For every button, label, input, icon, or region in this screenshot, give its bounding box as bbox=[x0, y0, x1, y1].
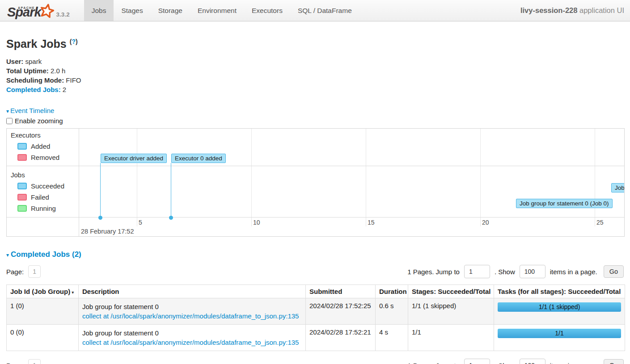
job-failed-swatch-icon bbox=[17, 194, 27, 201]
stages-cell: 1/1 (1 skipped) bbox=[408, 298, 494, 325]
current-page-box[interactable]: 1 bbox=[28, 359, 41, 364]
executors-legend-title: Executors bbox=[11, 131, 79, 139]
job-running-swatch-icon bbox=[17, 205, 27, 212]
job-succeeded-label: Succeeded bbox=[31, 182, 64, 190]
row-divider bbox=[7, 166, 624, 166]
axis-tick bbox=[251, 217, 252, 226]
col-header-description[interactable]: Description bbox=[79, 285, 306, 298]
items-per-page-input[interactable] bbox=[520, 265, 545, 278]
axis-tick bbox=[480, 217, 481, 226]
executors-legend: Executors Added Removed bbox=[7, 129, 79, 163]
tasks-cell: 1/1 bbox=[494, 325, 625, 351]
gridline bbox=[366, 129, 366, 217]
axis-tick-label: 25 bbox=[596, 219, 604, 226]
page-title: Spark Jobs (?) bbox=[6, 38, 624, 50]
collapse-triangle-icon: ▾ bbox=[6, 108, 9, 114]
executor-removed-swatch-icon bbox=[17, 154, 27, 161]
completed-jobs-table: Job Id (Job Group)▾ Description Submitte… bbox=[6, 285, 625, 351]
tab-stages[interactable]: Stages bbox=[114, 0, 150, 21]
scheduling-mode-label: Scheduling Mode: bbox=[6, 76, 64, 84]
items-in-page-text: items in a page. bbox=[550, 268, 597, 276]
pages-jump-text: 1 Pages. Jump to bbox=[407, 268, 460, 276]
user-label: User: bbox=[6, 58, 23, 65]
job-detail-link[interactable]: collect at /usr/local/spark/anonymizer/m… bbox=[82, 338, 299, 347]
stages-cell: 1/1 bbox=[408, 325, 494, 351]
tasks-progress-bar: 1/1 (1 skipped) bbox=[498, 302, 621, 312]
spark-star-icon bbox=[39, 3, 55, 18]
job-id-cell: 0 (0) bbox=[7, 325, 79, 351]
table-row: 1 (0) Job group for statement 0 collect … bbox=[7, 298, 625, 325]
top-navbar: APACHE Spark 3.3.2 Jobs Stages Storage E… bbox=[0, 0, 630, 21]
submitted-cell: 2024/02/28 17:52:21 bbox=[306, 325, 376, 351]
tab-jobs[interactable]: Jobs bbox=[84, 0, 114, 21]
job-failed-label: Failed bbox=[31, 193, 49, 201]
scheduling-mode-value: FIFO bbox=[66, 76, 81, 84]
axis-tick-label: 20 bbox=[482, 219, 489, 226]
axis-tick-label: 10 bbox=[253, 219, 260, 226]
show-text: . Show bbox=[495, 362, 515, 364]
spark-logo[interactable]: APACHE Spark 3.3.2 bbox=[0, 0, 76, 21]
event-stem bbox=[171, 163, 171, 218]
executor-added-swatch-icon bbox=[17, 143, 27, 150]
timeline-event-executor-driver-added: Executor driver added bbox=[101, 154, 167, 163]
pages-jump-text: 1 Pages. Jump to bbox=[407, 362, 460, 364]
completed-jobs-link[interactable]: Completed Jobs: bbox=[6, 86, 61, 93]
jobs-legend-title: Jobs bbox=[11, 171, 79, 179]
uptime-value: 2.0 h bbox=[51, 67, 65, 75]
table-header-row: Job Id (Job Group)▾ Description Submitte… bbox=[7, 285, 625, 298]
show-text: . Show bbox=[495, 268, 515, 276]
nav-tabs: Jobs Stages Storage Environment Executor… bbox=[84, 0, 359, 21]
axis-tick-label: 15 bbox=[368, 219, 375, 226]
axis-tick-label: 5 bbox=[139, 219, 142, 226]
current-page-box[interactable]: 1 bbox=[28, 265, 41, 278]
help-link[interactable]: ? bbox=[72, 38, 76, 45]
tab-executors[interactable]: Executors bbox=[244, 0, 290, 21]
jump-to-page-input[interactable] bbox=[464, 359, 490, 364]
event-timeline-panel: Executors Added Removed Jobs Succeeded F… bbox=[6, 128, 625, 237]
uptime-label: Total Uptime: bbox=[6, 67, 49, 75]
user-value: spark bbox=[25, 58, 42, 65]
timeline-event-job-group: Job group for statement 0 (Job 0) bbox=[516, 199, 613, 208]
items-per-page-input[interactable] bbox=[520, 359, 545, 364]
event-point-icon bbox=[169, 216, 173, 220]
tasks-cell: 1/1 (1 skipped) bbox=[494, 298, 625, 325]
col-header-duration[interactable]: Duration bbox=[376, 285, 408, 298]
job-succeeded-swatch-icon bbox=[17, 183, 27, 189]
legend-divider bbox=[79, 129, 79, 236]
duration-cell: 0.6 s bbox=[376, 298, 408, 325]
col-header-submitted[interactable]: Submitted bbox=[306, 285, 376, 298]
executor-added-label: Added bbox=[31, 142, 50, 150]
job-detail-link[interactable]: collect at /usr/local/spark/anonymizer/m… bbox=[82, 311, 299, 321]
tab-environment[interactable]: Environment bbox=[190, 0, 244, 21]
col-header-job-id[interactable]: Job Id (Job Group)▾ bbox=[7, 285, 79, 298]
tasks-progress-bar: 1/1 bbox=[498, 329, 621, 338]
page-label: Page: bbox=[6, 268, 24, 276]
axis-tick bbox=[366, 217, 366, 226]
go-button[interactable]: Go bbox=[604, 359, 624, 364]
apache-label: APACHE bbox=[18, 6, 35, 9]
application-id: livy-session-228 bbox=[520, 6, 578, 14]
tab-storage[interactable]: Storage bbox=[151, 0, 190, 21]
timeline-event-job-clipped: Job bbox=[611, 183, 625, 192]
col-header-stages[interactable]: Stages: Succeeded/Total bbox=[408, 285, 494, 298]
enable-zooming-label: Enable zooming bbox=[15, 117, 63, 125]
axis-tick bbox=[137, 217, 137, 226]
jump-to-page-input[interactable] bbox=[464, 265, 490, 278]
collapse-triangle-icon: ▾ bbox=[6, 252, 9, 258]
job-id-cell: 1 (0) bbox=[7, 298, 79, 325]
submitted-cell: 2024/02/28 17:52:25 bbox=[306, 298, 376, 325]
completed-jobs-count: 2 bbox=[63, 86, 66, 93]
gridline bbox=[480, 129, 481, 217]
sort-desc-icon: ▾ bbox=[72, 290, 74, 295]
tab-sql-dataframe[interactable]: SQL / DataFrame bbox=[290, 0, 359, 21]
job-running-label: Running bbox=[31, 205, 56, 212]
event-timeline-toggle[interactable]: ▾Event Timeline bbox=[6, 107, 54, 114]
timeline-event-executor-0-added: Executor 0 added bbox=[171, 154, 226, 163]
col-header-tasks[interactable]: Tasks (for all stages): Succeeded/Total bbox=[494, 285, 625, 298]
description-cell: Job group for statement 0 collect at /us… bbox=[79, 325, 306, 351]
description-cell: Job group for statement 0 collect at /us… bbox=[79, 298, 306, 325]
completed-jobs-heading[interactable]: ▾Completed Jobs (2) bbox=[6, 250, 624, 259]
go-button[interactable]: Go bbox=[604, 265, 624, 278]
enable-zooming-checkbox[interactable] bbox=[6, 118, 13, 124]
event-stem bbox=[100, 163, 101, 218]
